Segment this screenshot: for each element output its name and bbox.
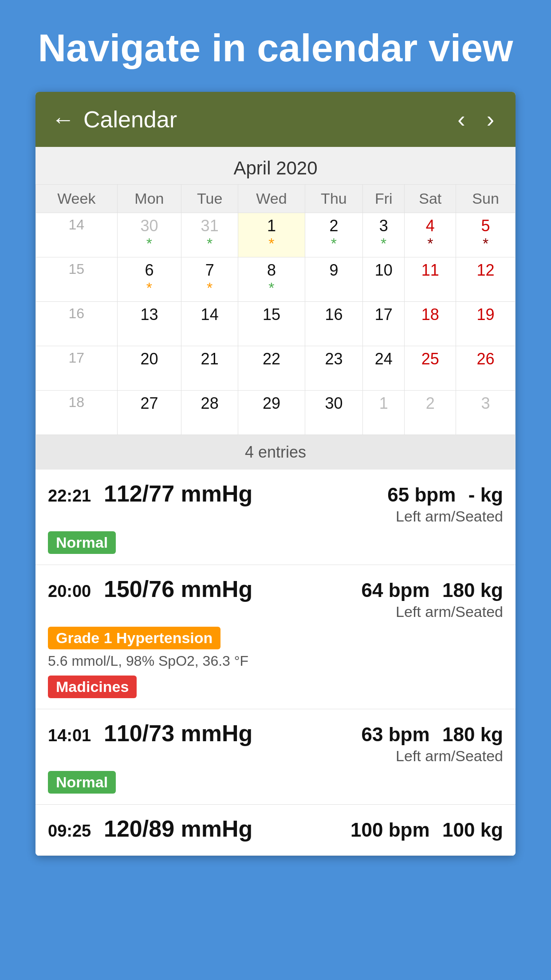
status-badge: Grade 1 Hypertension [48, 627, 220, 649]
entry-top: 22:21 112/77 mmHg 65 bpm - kg Left arm/S… [48, 480, 503, 525]
calendar-day[interactable]: 23 [305, 346, 362, 390]
entry-kg: - kg [468, 484, 503, 506]
calendar-day[interactable]: 30 [305, 390, 362, 435]
entry-location: Left arm/Seated [387, 508, 503, 525]
calendar-week-row: 1430*31*1*2*3*4*5* [36, 213, 516, 257]
calendar-grid: Week Mon Tue Wed Thu Fri Sat Sun 1430*31… [35, 184, 516, 435]
header-left: ← Calendar [51, 106, 177, 133]
entry-bp: 120/89 mmHg [104, 815, 252, 842]
entry-time: 22:21 [48, 486, 97, 506]
calendar-day[interactable]: 20 [117, 346, 181, 390]
week-number: 15 [36, 257, 118, 301]
col-tue: Tue [181, 184, 238, 213]
entry-bpm: 64 bpm [362, 579, 430, 601]
entry-bpm: 100 bpm [350, 819, 430, 841]
calendar-week-row: 1613141516171819 [36, 301, 516, 346]
calendar-day[interactable]: 11 [405, 257, 456, 301]
calendar-day[interactable]: 26 [456, 346, 516, 390]
entry-right: 100 bpm 100 kg [350, 819, 503, 843]
calendar-day[interactable]: 15 [238, 301, 305, 346]
calendar-header-row: Week Mon Tue Wed Thu Fri Sat Sun [36, 184, 516, 213]
calendar-day[interactable]: 29 [238, 390, 305, 435]
prev-month-button[interactable]: ‹ [452, 104, 470, 134]
entry-right: 65 bpm - kg Left arm/Seated [387, 484, 503, 525]
calendar-day[interactable]: 7* [181, 257, 238, 301]
entry-row[interactable]: 20:00 150/76 mmHg 64 bpm 180 kg Left arm… [35, 565, 516, 709]
calendar-day[interactable]: 5* [456, 213, 516, 257]
calendar-day[interactable]: 3* [363, 213, 405, 257]
week-number: 17 [36, 346, 118, 390]
status-badge: Normal [48, 771, 116, 794]
entry-badges-row: Normal [48, 767, 503, 794]
calendar-day[interactable]: 31* [181, 213, 238, 257]
entry-row[interactable]: 09:25 120/89 mmHg 100 bpm 100 kg [35, 805, 516, 856]
app-container: ← Calendar ‹ › April 2020 Week Mon Tue W… [35, 92, 516, 856]
entry-row[interactable]: 14:01 110/73 mmHg 63 bpm 180 kg Left arm… [35, 709, 516, 805]
calendar-day[interactable]: 4* [405, 213, 456, 257]
col-sat: Sat [405, 184, 456, 213]
calendar-day[interactable]: 6* [117, 257, 181, 301]
medicine-badge: Madicines [48, 676, 137, 698]
entries-header: 4 entries [35, 435, 516, 470]
entry-location: Left arm/Seated [362, 747, 503, 765]
entry-top: 09:25 120/89 mmHg 100 bpm 100 kg [48, 815, 503, 843]
calendar-day[interactable]: 10 [363, 257, 405, 301]
entry-time: 09:25 [48, 822, 97, 841]
entry-extra: 5.6 mmol/L, 98% SpO2, 36.3 °F [48, 653, 503, 669]
calendar-day[interactable]: 30* [117, 213, 181, 257]
entry-badges-row: Normal [48, 527, 503, 554]
calendar-day[interactable]: 12 [456, 257, 516, 301]
entry-top: 14:01 110/73 mmHg 63 bpm 180 kg Left arm… [48, 720, 503, 765]
calendar-week-row: 1827282930123 [36, 390, 516, 435]
back-button[interactable]: ← [51, 106, 75, 133]
calendar-day[interactable]: 24 [363, 346, 405, 390]
calendar-day[interactable]: 28 [181, 390, 238, 435]
entry-row[interactable]: 22:21 112/77 mmHg 65 bpm - kg Left arm/S… [35, 470, 516, 565]
entry-time: 20:00 [48, 582, 97, 601]
month-title: April 2020 [35, 147, 516, 184]
col-mon: Mon [117, 184, 181, 213]
calendar-day[interactable]: 27 [117, 390, 181, 435]
entry-bpm: 63 bpm [362, 723, 430, 745]
calendar-day[interactable]: 19 [456, 301, 516, 346]
calendar-day[interactable]: 9 [305, 257, 362, 301]
app-header: ← Calendar ‹ › [35, 92, 516, 147]
col-week: Week [36, 184, 118, 213]
calendar-section: April 2020 Week Mon Tue Wed Thu Fri Sat … [35, 147, 516, 435]
next-month-button[interactable]: › [481, 104, 500, 134]
entry-kg: 180 kg [442, 579, 503, 601]
entry-right: 63 bpm 180 kg Left arm/Seated [362, 723, 503, 765]
calendar-day[interactable]: 1 [363, 390, 405, 435]
calendar-day[interactable]: 2 [405, 390, 456, 435]
calendar-day[interactable]: 21 [181, 346, 238, 390]
calendar-day[interactable]: 18 [405, 301, 456, 346]
calendar-day[interactable]: 25 [405, 346, 456, 390]
calendar-day[interactable]: 22 [238, 346, 305, 390]
calendar-day[interactable]: 17 [363, 301, 405, 346]
col-thu: Thu [305, 184, 362, 213]
calendar-day[interactable]: 1* [238, 213, 305, 257]
col-sun: Sun [456, 184, 516, 213]
status-badge: Normal [48, 531, 116, 554]
entry-badges-row: Grade 1 Hypertension [48, 622, 503, 649]
week-number: 16 [36, 301, 118, 346]
hero-title: Navigate in calendar view [0, 0, 551, 92]
header-nav: ‹ › [452, 104, 500, 134]
entry-right: 64 bpm 180 kg Left arm/Seated [362, 579, 503, 620]
week-number: 18 [36, 390, 118, 435]
week-number: 14 [36, 213, 118, 257]
calendar-day[interactable]: 8* [238, 257, 305, 301]
col-wed: Wed [238, 184, 305, 213]
calendar-title: Calendar [83, 106, 177, 133]
calendar-day[interactable]: 16 [305, 301, 362, 346]
calendar-day[interactable]: 13 [117, 301, 181, 346]
entry-kg: 100 kg [442, 819, 503, 841]
calendar-day[interactable]: 14 [181, 301, 238, 346]
col-fri: Fri [363, 184, 405, 213]
entry-location: Left arm/Seated [362, 603, 503, 620]
calendar-week-row: 1720212223242526 [36, 346, 516, 390]
calendar-day[interactable]: 2* [305, 213, 362, 257]
entry-time: 14:01 [48, 726, 97, 745]
calendar-day[interactable]: 3 [456, 390, 516, 435]
entry-bp: 112/77 mmHg [104, 480, 252, 507]
